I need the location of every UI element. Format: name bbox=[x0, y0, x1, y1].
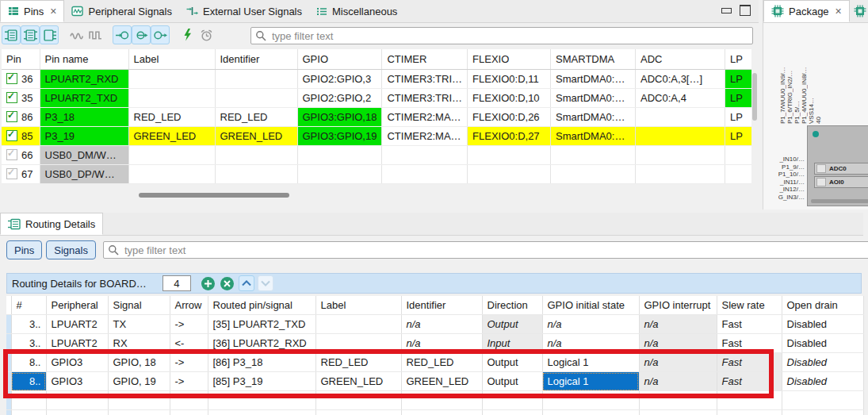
functional-groups-button[interactable] bbox=[178, 25, 197, 44]
open-drain-cell[interactable]: Disabled bbox=[782, 372, 863, 391]
lp-cell[interactable] bbox=[725, 165, 753, 184]
col-identifier[interactable]: Identifier bbox=[401, 296, 482, 315]
pin-checkbox[interactable] bbox=[6, 130, 17, 141]
maximize-button[interactable] bbox=[740, 5, 751, 16]
col-slew-rate[interactable]: Slew rate bbox=[717, 296, 782, 315]
gpio-cell[interactable]: GPIO3:GPIO,19 bbox=[297, 127, 382, 146]
pins-vertical-scrollbar[interactable] bbox=[751, 49, 758, 190]
minimize-button[interactable] bbox=[721, 8, 732, 13]
col-routed-pin-signal[interactable]: Routed pin/signal bbox=[208, 296, 315, 315]
tab-pins[interactable]: Pins × bbox=[0, 0, 64, 22]
col-peripheral[interactable]: Peripheral bbox=[46, 296, 108, 315]
ctimer-cell[interactable]: CTIMER3:TRI… bbox=[382, 70, 468, 89]
gpio-cell[interactable] bbox=[297, 165, 382, 184]
route-number-cell[interactable]: 3.. bbox=[11, 334, 46, 353]
flexio-cell[interactable] bbox=[468, 165, 551, 184]
scrollbar-thumb[interactable] bbox=[752, 73, 757, 121]
pin-checkbox[interactable] bbox=[6, 92, 17, 103]
smartdma-cell[interactable]: SmartDMA0:… bbox=[551, 108, 636, 127]
identifier-cell[interactable]: RED_LED bbox=[401, 353, 482, 372]
smartdma-cell[interactable] bbox=[551, 146, 636, 165]
col-flexio[interactable]: FLEXIO bbox=[468, 49, 551, 70]
col-smartdma[interactable]: SMARTDMA bbox=[551, 49, 636, 70]
identifier-cell[interactable]: GREEN_LED bbox=[401, 372, 482, 391]
lp-cell[interactable] bbox=[725, 146, 753, 165]
col-gpio[interactable]: GPIO bbox=[297, 49, 382, 70]
adc-cell[interactable] bbox=[636, 165, 725, 184]
gpio-initial-state-cell[interactable]: Logical 1 bbox=[542, 372, 639, 391]
arrow-cell[interactable]: -> bbox=[170, 372, 208, 391]
arrow-cell[interactable]: <- bbox=[170, 334, 208, 353]
col-num[interactable]: # bbox=[11, 296, 46, 315]
tab-external-user-signals[interactable]: External User Signals bbox=[179, 0, 309, 22]
col-gpio-initial-state[interactable]: GPIO initial state bbox=[542, 296, 639, 315]
col-open-drain[interactable]: Open drain bbox=[782, 296, 863, 315]
adc-cell[interactable]: ADC0:A,4 bbox=[636, 89, 725, 108]
col-gpio-interrupt[interactable]: GPIO interrupt bbox=[639, 296, 717, 315]
pin-checkbox[interactable] bbox=[6, 149, 17, 160]
gpio-initial-state-cell[interactable]: n/a bbox=[542, 315, 639, 334]
ctimer-cell[interactable]: CTIMER3:TRI… bbox=[382, 89, 468, 108]
adc-cell[interactable] bbox=[636, 108, 725, 127]
identifier-cell[interactable] bbox=[215, 89, 297, 108]
scrollbar-thumb[interactable] bbox=[139, 193, 289, 198]
routing-filter-input[interactable] bbox=[103, 241, 868, 259]
label-cell[interactable]: RED_LED bbox=[315, 353, 401, 372]
peripheral-cell[interactable]: GPIO3 bbox=[46, 372, 108, 391]
adc-cell[interactable] bbox=[636, 127, 725, 146]
peripheral-cell[interactable]: GPIO3 bbox=[46, 353, 108, 372]
lp-cell[interactable]: LP bbox=[725, 127, 753, 146]
arrow-cell[interactable]: -> bbox=[170, 315, 208, 334]
slew-rate-cell[interactable]: Fast bbox=[717, 334, 782, 353]
label-cell[interactable] bbox=[315, 315, 401, 334]
direction-cell[interactable]: Output bbox=[482, 372, 542, 391]
col-label[interactable]: Label bbox=[315, 296, 401, 315]
col-pin[interactable]: Pin bbox=[2, 49, 40, 70]
label-cell[interactable] bbox=[128, 165, 215, 184]
flexio-cell[interactable] bbox=[468, 146, 551, 165]
signal-cell[interactable]: GPIO, 19 bbox=[108, 372, 170, 391]
routing-count-field[interactable]: 4 bbox=[163, 275, 191, 291]
pins-filter-input[interactable] bbox=[250, 27, 753, 44]
label-cell[interactable] bbox=[128, 70, 215, 89]
adc-cell[interactable] bbox=[636, 146, 725, 165]
delete-route-button[interactable] bbox=[220, 275, 235, 291]
gpio-interrupt-cell[interactable]: n/a bbox=[639, 353, 717, 372]
tab-miscellaneous[interactable]: Miscellaneous bbox=[309, 0, 404, 22]
adc-cell[interactable]: ADC0:A,3[…] bbox=[636, 70, 725, 89]
package-horizontal-scrollbar[interactable] bbox=[811, 199, 868, 203]
add-route-button[interactable] bbox=[201, 275, 216, 291]
open-drain-cell[interactable]: Disabled bbox=[782, 334, 863, 353]
routed-pin-cell[interactable]: [36] LPUART2_RXD bbox=[208, 334, 315, 353]
identifier-cell[interactable] bbox=[215, 70, 297, 89]
close-icon[interactable]: × bbox=[50, 5, 56, 17]
pin-name-cell[interactable]: USB0_DM/W… bbox=[40, 146, 128, 165]
ctimer-cell[interactable] bbox=[382, 146, 468, 165]
col-identifier[interactable]: Identifier bbox=[215, 49, 297, 70]
col-arrow[interactable]: Arrow bbox=[170, 296, 208, 315]
lp-cell[interactable]: LP bbox=[725, 108, 753, 127]
package-chip-body[interactable]: ADC0 AOI0 bbox=[807, 125, 868, 206]
col-label[interactable]: Label bbox=[128, 49, 215, 70]
tab-routing-details[interactable]: Routing Details bbox=[0, 213, 103, 235]
gpio-initial-state-cell[interactable]: n/a bbox=[542, 334, 639, 353]
signal-cell[interactable]: RX bbox=[108, 334, 170, 353]
col-ctimer[interactable]: CTIMER bbox=[382, 49, 468, 70]
signal-cell[interactable]: GPIO, 18 bbox=[108, 353, 170, 372]
open-drain-cell[interactable]: Disabled bbox=[782, 315, 863, 334]
col-signal[interactable]: Signal bbox=[108, 296, 170, 315]
gpio-cell[interactable]: GPIO2:GPIO,3 bbox=[297, 70, 382, 89]
show-all-pins-button[interactable] bbox=[21, 25, 40, 44]
smartdma-cell[interactable] bbox=[551, 165, 636, 184]
analog-signals-button[interactable] bbox=[67, 25, 86, 44]
gpio-interrupt-cell[interactable]: n/a bbox=[639, 334, 717, 353]
ctimer-cell[interactable] bbox=[382, 165, 468, 184]
route-number-cell[interactable]: 8.. bbox=[11, 353, 46, 372]
direction-cell[interactable]: Input bbox=[482, 334, 542, 353]
tab-package[interactable]: Package × bbox=[763, 0, 850, 22]
lp-cell[interactable]: LP bbox=[725, 70, 753, 89]
gpio-interrupt-cell[interactable]: n/a bbox=[639, 372, 717, 391]
show-dedicated-pins-button[interactable] bbox=[40, 25, 59, 44]
pins-scope-button[interactable]: Pins bbox=[6, 240, 42, 259]
close-icon[interactable]: × bbox=[835, 5, 842, 17]
